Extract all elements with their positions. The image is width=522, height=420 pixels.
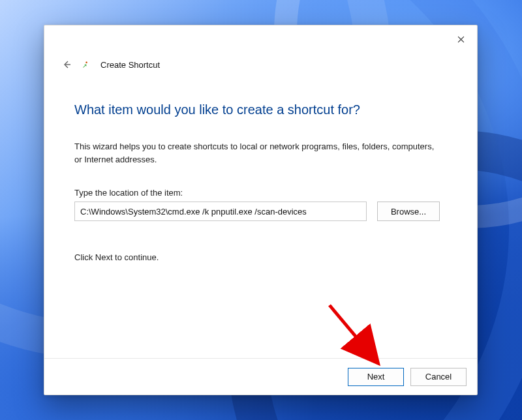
close-button[interactable] <box>446 29 476 49</box>
titlebar <box>44 25 477 54</box>
create-shortcut-dialog: ↗• Create Shortcut What item would you l… <box>44 25 478 395</box>
desktop-background: ↗• Create Shortcut What item would you l… <box>0 0 522 420</box>
back-arrow-icon[interactable] <box>60 58 73 71</box>
shortcut-wizard-icon: ↗• <box>82 60 91 69</box>
dialog-footer: Next Cancel <box>44 358 477 395</box>
location-input[interactable] <box>74 202 367 221</box>
wizard-description: This wizard helps you to create shortcut… <box>74 140 440 166</box>
location-label: Type the location of the item: <box>74 188 447 198</box>
cancel-button[interactable]: Cancel <box>410 368 467 386</box>
dialog-title: Create Shortcut <box>100 60 160 70</box>
wizard-heading: What item would you like to create a sho… <box>74 101 447 118</box>
wizard-header: ↗• Create Shortcut <box>44 58 477 71</box>
dialog-content: What item would you like to create a sho… <box>44 71 477 358</box>
next-button[interactable]: Next <box>348 368 404 386</box>
continue-hint: Click Next to continue. <box>74 252 447 262</box>
browse-button[interactable]: Browse... <box>377 202 440 221</box>
